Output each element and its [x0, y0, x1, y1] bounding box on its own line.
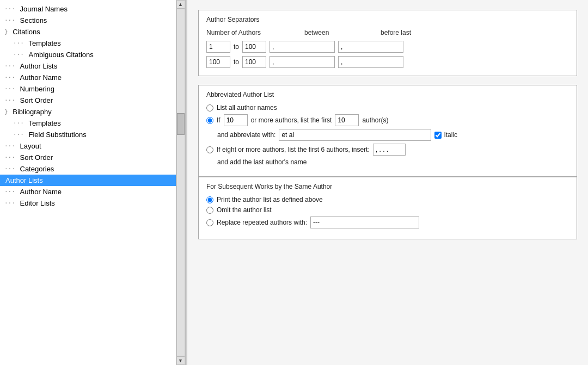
- tree-item-layout[interactable]: ··· Layout: [0, 140, 176, 152]
- abbr-option3-row: If eight or more authors, list the first…: [206, 144, 569, 156]
- tree-item-label: Sections: [20, 16, 172, 24]
- subsequent-works-section: For Subsequent Works by the Same Author …: [198, 177, 577, 239]
- abbr-option2-num2[interactable]: [335, 114, 359, 126]
- abbr-option2-radio[interactable]: [206, 117, 213, 124]
- tree-item-label: Author Lists: [20, 62, 172, 70]
- sep-row1-before-last[interactable]: [338, 41, 403, 53]
- tree-item-label: Editor Lists: [20, 199, 172, 207]
- abbreviated-author-list-section: Abbreviated Author List List all author …: [198, 85, 577, 177]
- col-between-header: between: [304, 29, 375, 38]
- sep-row1-between[interactable]: [270, 41, 335, 53]
- sep-row1-to[interactable]: [242, 41, 266, 53]
- tree-item-label: Field Substitutions: [29, 131, 172, 139]
- subseq-option1-radio[interactable]: [206, 196, 213, 203]
- tree-item-author-name[interactable]: ··· Author Name: [0, 72, 176, 83]
- left-panel: ··· Journal Names··· Sections} Citations…: [0, 0, 185, 365]
- tree-item-numbering[interactable]: ··· Numbering: [0, 83, 176, 95]
- scroll-track: ▲ ▼: [176, 0, 185, 365]
- abbr-with-input[interactable]: [279, 129, 431, 141]
- tree-item-label: Numbering: [20, 85, 172, 93]
- tree-item-sort-order[interactable]: ··· Sort Order: [0, 152, 176, 163]
- subseq-option3-row: Replace repeated authors with:: [206, 216, 569, 228]
- tree-item-sort-order[interactable]: ··· Sort Order: [0, 95, 176, 106]
- abbr-option1-row: List all author names: [206, 104, 569, 112]
- abbr-option2-row: If or more authors, list the first autho…: [206, 114, 569, 126]
- tree-item-label: Layout: [20, 142, 172, 150]
- scroll-thumb[interactable]: [177, 113, 185, 135]
- tree-item-label: Sort Order: [20, 96, 172, 104]
- sep-row2-from[interactable]: [206, 56, 230, 68]
- tree-item-label: Sort Order: [20, 153, 172, 162]
- sep-row2-before-last[interactable]: [338, 56, 403, 68]
- tree-item-label: Citations: [13, 28, 171, 36]
- abbr-option2-label-mid: or more authors, list the first: [251, 116, 332, 124]
- scroll-down-arrow[interactable]: ▼: [176, 356, 185, 365]
- subseq-option1-row: Print the author list as defined above: [206, 196, 569, 203]
- col-number-header: Number of Authors: [206, 29, 293, 38]
- tree-item-citations[interactable]: } Citations: [0, 26, 176, 38]
- separator-row-2: to: [206, 56, 569, 68]
- italic-checkbox-group: Italic: [434, 131, 457, 139]
- tree-item-author-name[interactable]: ··· Author Name: [0, 186, 176, 197]
- sep-row1-from[interactable]: [206, 41, 230, 53]
- abbr-with-row: and abbreviate with: Italic: [217, 129, 569, 141]
- tree-item-label: Templates: [29, 39, 172, 47]
- tree-item-templates[interactable]: ··· Templates: [0, 117, 176, 129]
- scroll-up-arrow[interactable]: ▲: [176, 0, 185, 9]
- abbr-option1-radio[interactable]: [206, 104, 213, 112]
- abbreviated-author-list-title: Abbreviated Author List: [206, 91, 569, 98]
- abbr-with-label: and abbreviate with:: [217, 131, 275, 139]
- subseq-option3-radio[interactable]: [206, 219, 213, 226]
- tree-item-sections[interactable]: ··· Sections: [0, 15, 176, 26]
- col-before-last-header: before last: [381, 29, 411, 38]
- tree-item-label: Author Name: [20, 188, 172, 196]
- abbr-option3-label: If eight or more authors, list the first…: [217, 146, 370, 153]
- tree-item-label: Author Lists: [5, 176, 171, 184]
- tree-item-templates[interactable]: ··· Templates: [0, 38, 176, 49]
- tree-item-author-lists[interactable]: Author Lists: [0, 175, 176, 186]
- italic-checkbox[interactable]: [434, 132, 442, 139]
- subseq-option2-label: Omit the author list: [217, 206, 272, 214]
- abbr-option3-sub-label: and add the last author's name: [217, 158, 307, 166]
- sep-row2-between[interactable]: [270, 56, 335, 68]
- abbr-option3-insert[interactable]: [373, 144, 406, 156]
- tree-scroll-area: ··· Journal Names··· Sections} Citations…: [0, 0, 176, 365]
- scroll-thumb-track: [176, 9, 185, 356]
- sep-row2-to[interactable]: [242, 56, 266, 68]
- subseq-option3-label: Replace repeated authors with:: [217, 219, 307, 226]
- right-panel: Author Separators Number of Authors betw…: [187, 0, 588, 365]
- separator-row-1: to: [206, 41, 569, 53]
- abbr-option3-sub-row: and add the last author's name: [217, 158, 569, 166]
- subseq-option1-label: Print the author list as defined above: [217, 196, 323, 203]
- abbr-option2-label-pre: If: [217, 116, 220, 124]
- subseq-option2-radio[interactable]: [206, 207, 213, 214]
- author-separators-section: Author Separators Number of Authors betw…: [198, 10, 577, 76]
- subsequent-works-title: For Subsequent Works by the Same Author: [206, 183, 569, 190]
- author-separators-title: Author Separators: [206, 16, 569, 23]
- tree-item-label: Ambiguous Citations: [29, 51, 172, 59]
- tree-item-label: Templates: [29, 119, 172, 127]
- abbr-option2-label-post: author(s): [362, 116, 388, 124]
- subseq-option2-row: Omit the author list: [206, 206, 569, 214]
- tree-item-author-lists[interactable]: ··· Author Lists: [0, 60, 176, 72]
- tree-item-label: Bibliography: [13, 108, 171, 116]
- tree-item-journal-names[interactable]: ··· Journal Names: [0, 3, 176, 15]
- abbr-option3-radio[interactable]: [206, 146, 213, 153]
- tree-item-label: Journal Names: [20, 5, 172, 13]
- italic-label: Italic: [444, 131, 457, 139]
- tree-item-categories[interactable]: ··· Categories: [0, 163, 176, 175]
- abbr-option2-num1[interactable]: [224, 114, 248, 126]
- tree-item-editor-lists[interactable]: ··· Editor Lists: [0, 197, 176, 209]
- tree-item-ambiguous-citations[interactable]: ··· Ambiguous Citations: [0, 49, 176, 60]
- tree-item-bibliography[interactable]: } Bibliography: [0, 106, 176, 117]
- tree-item-field-substitutions[interactable]: ··· Field Substitutions: [0, 129, 176, 140]
- subseq-replace-input[interactable]: [310, 216, 419, 228]
- tree-item-label: Categories: [20, 165, 172, 173]
- abbr-option1-label: List all author names: [217, 104, 277, 112]
- tree-item-label: Author Name: [20, 73, 172, 82]
